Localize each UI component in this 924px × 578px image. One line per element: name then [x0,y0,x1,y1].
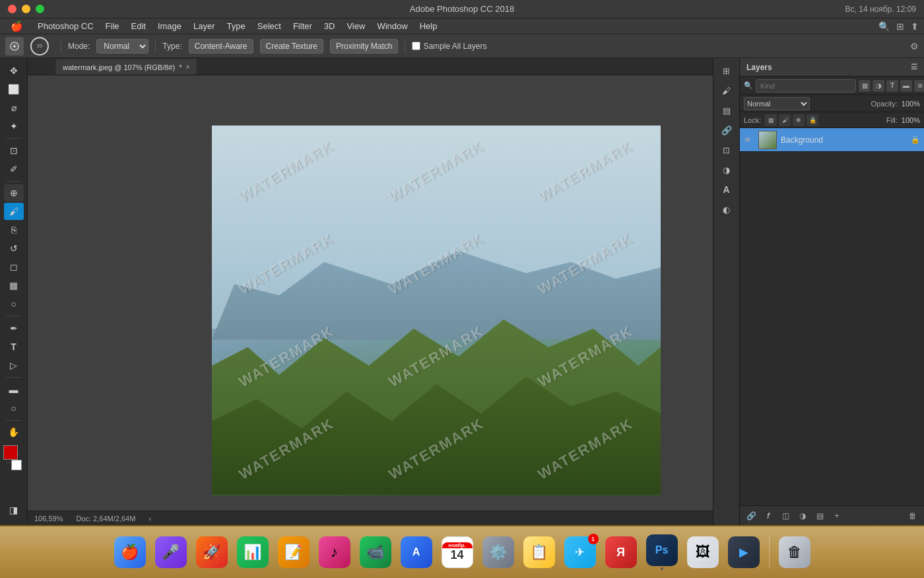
quick-mask-tool[interactable]: ◨ [4,501,24,519]
dock-systemprefs[interactable]: ⚙️ [480,534,517,571]
gradient-tool[interactable]: ▦ [4,277,24,294]
strip-history-icon[interactable]: ⊞ [717,62,736,79]
create-group-btn[interactable]: ▤ [812,509,827,523]
lock-image-icon[interactable]: 🖌 [779,114,791,126]
settings-icon[interactable]: ⚙ [910,41,919,52]
proximity-match-btn[interactable]: Proximity Match [330,39,398,54]
share-icon[interactable]: ⬆ [911,21,919,32]
dock-siri[interactable]: 🎤 [152,534,189,571]
content-aware-btn[interactable]: Content-Aware [189,39,253,54]
move-tool[interactable]: ✥ [4,62,24,79]
strip-adjust-icon[interactable]: ◑ [717,161,736,178]
mode-select[interactable]: Normal Replace Multiply Screen [96,39,148,54]
brush-tool[interactable]: 🖌 [4,203,24,220]
rectangle-tool[interactable]: ▬ [4,381,24,398]
lasso-tool[interactable]: ⌀ [4,99,24,116]
tab-close-button[interactable]: × [185,63,189,71]
maximize-button[interactable] [36,5,44,13]
dock-finder[interactable]: 🍎 [112,534,148,571]
lock-transparent-icon[interactable]: ▦ [765,114,777,126]
strip-type-icon[interactable]: A [717,181,736,198]
grid-icon[interactable]: ⊞ [896,21,904,32]
rectangular-marquee-tool[interactable]: ⬜ [4,81,24,98]
blending-mode-select[interactable]: Normal Multiply Screen Overlay [744,97,810,110]
layers-search-input[interactable] [756,79,856,92]
blur-tool[interactable]: ○ [4,295,24,312]
menu-filter[interactable]: Filter [288,20,317,32]
dock-music[interactable]: ♪ [316,534,353,571]
dock-calendar[interactable]: ноябр. 14 [439,534,476,571]
dock-yandex[interactable]: Я [603,534,640,571]
menu-window[interactable]: Window [372,20,412,32]
sample-all-layers-checkbox[interactable] [412,42,420,50]
canvas-area[interactable]: WATERMARK WATERMARK WATERMARK WATERMARK … [28,75,713,525]
menu-edit[interactable]: Edit [126,20,151,32]
dock-facetime[interactable]: 📹 [357,534,394,571]
delete-layer-btn[interactable]: 🗑 [906,509,920,523]
ellipse-tool[interactable]: ○ [4,400,24,417]
create-texture-btn[interactable]: Create Texture [260,39,324,54]
foreground-color[interactable] [3,445,18,460]
dock-trash[interactable]: 🗑 [776,534,813,571]
magic-wand-tool[interactable]: ✦ [4,118,24,135]
healing-brush-tool[interactable] [5,37,24,55]
layer-fx-btn[interactable]: f [761,509,776,523]
dock-appstore[interactable]: A [398,534,435,571]
background-color[interactable] [11,460,22,470]
spot-healing-tool[interactable]: ⊕ [4,184,24,201]
path-selection-tool[interactable]: ▷ [4,357,24,374]
lock-position-icon[interactable]: ✥ [793,114,805,126]
minimize-button[interactable] [22,5,30,13]
strip-color-icon[interactable]: ◐ [717,201,736,218]
brush-size-selector[interactable]: 35 [30,37,49,55]
apple-menu[interactable]: 🍎 [5,19,28,34]
sample-all-layers-label[interactable]: Sample All Layers [412,42,486,51]
layers-menu-icon[interactable]: ☰ [911,63,917,71]
dock-notes[interactable]: 📋 [521,534,558,571]
menu-select[interactable]: Select [252,20,286,32]
menu-type[interactable]: Type [222,20,251,32]
menu-image[interactable]: Image [152,20,187,32]
layer-visibility-icon[interactable]: 👁 [744,135,754,145]
layer-item-background[interactable]: 👁 Background 🔒 [740,128,924,152]
text-tool[interactable]: T [4,338,24,355]
dock-keynote[interactable]: 📝 [275,534,312,571]
strip-layers-icon[interactable]: ▤ [717,102,736,119]
crop-tool[interactable]: ⊡ [4,142,24,159]
menu-view[interactable]: View [341,20,370,32]
add-adjustment-btn[interactable]: ◑ [795,509,810,523]
hand-tool[interactable]: ✋ [4,423,24,441]
strip-paths-icon[interactable]: ⊡ [717,141,736,159]
filter-pixel-icon[interactable]: ▦ [859,80,871,92]
dock-telegram[interactable]: ✈ 1 [562,534,599,571]
strip-brush-icon[interactable]: 🖌 [717,82,736,99]
filter-shape-icon[interactable]: ▬ [900,80,912,92]
close-button[interactable] [8,5,16,13]
document-tab[interactable]: watermark.jpeg @ 107% (RGB/8#) * × [55,59,197,75]
filter-smart-icon[interactable]: ⊕ [914,80,924,92]
clone-stamp-tool[interactable]: ⎘ [4,221,24,238]
add-mask-btn[interactable]: ◫ [778,509,793,523]
menu-layer[interactable]: Layer [188,20,220,32]
menu-3d[interactable]: 3D [319,20,341,32]
filter-type-icon[interactable]: T [886,80,898,92]
search-icon[interactable]: 🔍 [878,21,890,32]
strip-channels-icon[interactable]: 🔗 [717,122,736,139]
dock-numbers[interactable]: 📊 [234,534,271,571]
menu-help[interactable]: Help [414,20,443,32]
eyedropper-tool[interactable]: ✐ [4,161,24,178]
link-layers-btn[interactable]: 🔗 [744,509,758,523]
yandex-icon: Я [605,536,637,568]
dock-preview[interactable]: 🖼 [684,534,721,571]
dock-quicktime[interactable]: ▶ [725,534,762,571]
dock-launchpad[interactable]: 🚀 [193,534,230,571]
lock-all-icon[interactable]: 🔒 [807,114,818,126]
history-brush-tool[interactable]: ↺ [4,240,24,257]
create-layer-btn[interactable]: + [830,509,844,523]
filter-adjust-icon[interactable]: ◑ [873,80,884,92]
menu-file[interactable]: File [100,20,125,32]
dock-photoshop[interactable]: Ps [644,534,680,571]
pen-tool[interactable]: ✒ [4,320,24,337]
menu-photoshop[interactable]: Photoshop CC [32,20,99,32]
eraser-tool[interactable]: ◻ [4,258,24,275]
